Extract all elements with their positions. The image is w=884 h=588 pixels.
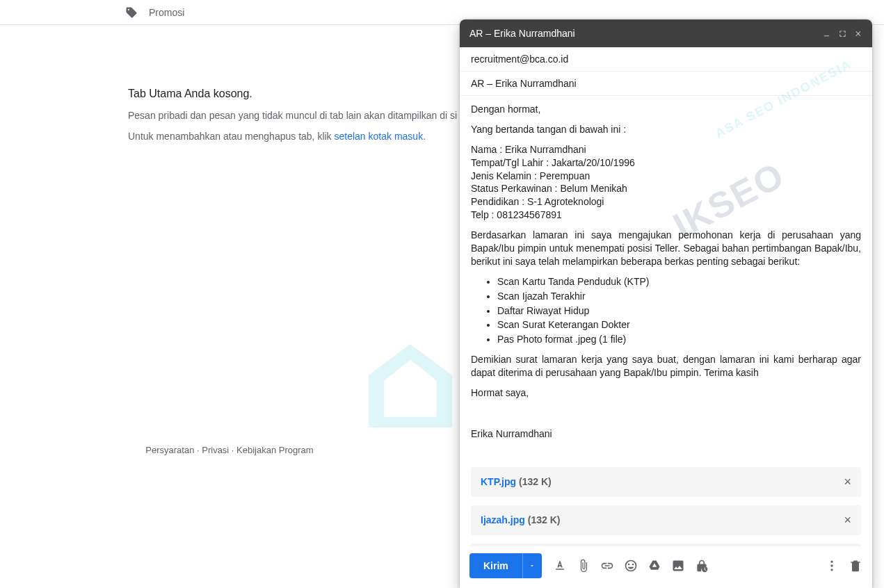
drive-icon [648, 559, 661, 573]
body-salutation: Dengan hormat, [471, 103, 861, 116]
compose-window: AR – Erika Nurramdhani ASA SEO INDONESIA… [460, 19, 872, 588]
close-button[interactable] [855, 30, 862, 38]
formatting-button[interactable] [553, 559, 567, 573]
attachment-name: KTP.jpg [481, 475, 516, 489]
fullscreen-icon [839, 30, 846, 38]
emoji-icon [624, 559, 638, 573]
paperclip-icon [577, 559, 590, 573]
discard-draft-button[interactable] [849, 559, 862, 573]
subject-field[interactable]: AR – Erika Nurramdhani [460, 72, 872, 96]
list-item: Scan Ijazah Terakhir [497, 290, 861, 303]
body-para2: Demikian surat lamaran kerja yang saya b… [471, 353, 861, 379]
insert-emoji-button[interactable] [624, 559, 638, 573]
watermark-logo-icon [348, 334, 473, 438]
attachment-remove-button[interactable]: × [844, 475, 851, 488]
body-closing: Hormat saya, [471, 386, 861, 400]
link-icon [600, 559, 614, 573]
svg-point-3 [830, 561, 833, 563]
svg-point-5 [830, 569, 833, 571]
compose-title: AR – Erika Nurramdhani [469, 28, 823, 39]
svg-rect-2 [824, 35, 829, 36]
compose-toolbar: Kirim [460, 546, 872, 588]
list-item: Pas Photo format .jpeg (1 file) [497, 333, 861, 346]
svg-point-4 [830, 564, 833, 566]
attachment-item[interactable]: Daftar Riwayat Hidup.docx (55 K) × [471, 544, 861, 546]
attachment-remove-button[interactable]: × [844, 514, 851, 526]
attachment-item[interactable]: KTP.jpg (132 K) × [471, 467, 861, 497]
to-field[interactable]: recruitment@bca.co.id [460, 47, 872, 72]
send-button[interactable]: Kirim [469, 553, 542, 578]
body-signature: Erika Nurramdhani [471, 427, 861, 441]
text-format-icon [553, 559, 567, 573]
send-options-button[interactable] [522, 553, 542, 578]
image-icon [671, 559, 685, 573]
confidential-mode-button[interactable] [695, 559, 709, 573]
body-bio: Nama : Erika Nurramdhani Tempat/Tgl Lahi… [471, 143, 861, 222]
trash-icon [849, 559, 862, 573]
attachment-name: Ijazah.jpg [481, 514, 525, 527]
compose-body-editor[interactable]: Dengan hormat, Yang bertanda tangan di b… [460, 96, 872, 546]
svg-marker-1 [385, 360, 437, 418]
tab-promosi[interactable]: Promosi [125, 6, 184, 19]
list-item: Scan Kartu Tanda Penduduk (KTP) [497, 275, 861, 288]
insert-photo-button[interactable] [671, 559, 685, 573]
attachment-list: KTP.jpg (132 K) × Ijazah.jpg (132 K) × D… [471, 467, 861, 546]
list-item: Daftar Riwayat Hidup [497, 304, 861, 318]
insert-link-button[interactable] [600, 559, 614, 573]
list-item: Scan Surat Keterangan Dokter [497, 318, 861, 332]
body-para1: Berdasarkan lamaran ini saya mengajukan … [471, 229, 861, 268]
chevron-down-icon [529, 562, 536, 569]
lock-clock-icon [695, 559, 709, 573]
body-list: Scan Kartu Tanda Penduduk (KTP) Scan Ija… [497, 275, 861, 346]
insert-drive-button[interactable] [648, 559, 661, 573]
more-options-button[interactable] [825, 559, 839, 573]
attachment-size: (132 K) [519, 475, 552, 489]
footer-links[interactable]: Persyaratan · Privasi · Kebijakan Progra… [0, 445, 459, 455]
attachment-size: (132 K) [528, 514, 561, 527]
attach-button[interactable] [577, 559, 590, 573]
tab-label: Promosi [149, 7, 184, 18]
attachment-item[interactable]: Ijazah.jpg (132 K) × [471, 505, 861, 535]
compose-header[interactable]: AR – Erika Nurramdhani [460, 19, 872, 47]
tag-icon [125, 6, 138, 19]
minimize-icon [823, 30, 830, 38]
body-intro: Yang bertanda tangan di bawah ini : [471, 123, 861, 136]
fullscreen-button[interactable] [839, 30, 846, 38]
send-label[interactable]: Kirim [469, 553, 522, 578]
inbox-settings-link[interactable]: setelan kotak masuk [335, 131, 424, 142]
close-icon [855, 30, 862, 38]
more-vert-icon [825, 559, 839, 573]
svg-marker-0 [369, 344, 452, 427]
minimize-button[interactable] [823, 30, 830, 38]
